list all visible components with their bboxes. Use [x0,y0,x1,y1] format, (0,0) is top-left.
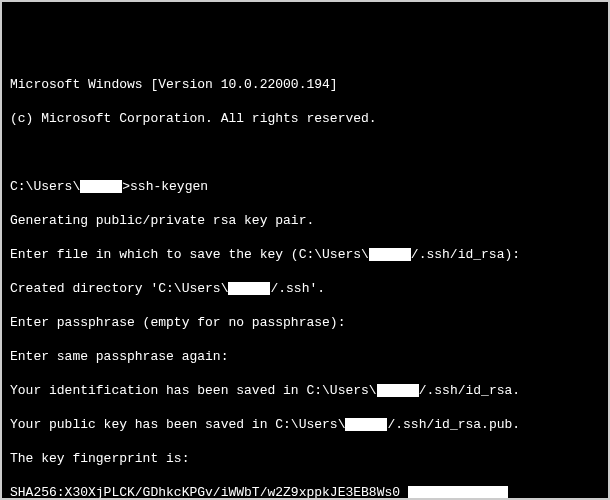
redacted-username [377,384,419,397]
redacted-username [345,418,387,431]
output-enter-passphrase: Enter passphrase (empty for no passphras… [10,314,600,331]
redacted-hostname [408,486,508,499]
output-generating: Generating public/private rsa key pair. [10,212,600,229]
redacted-username [80,180,122,193]
redacted-username [369,248,411,261]
blank-line [10,144,600,161]
redacted-username [228,282,270,295]
prompt-line-1: C:\Users\>ssh-keygen [10,178,600,195]
output-created-dir: Created directory 'C:\Users\/.ssh'. [10,280,600,297]
prompt-suffix: > [122,179,130,194]
output-fingerprint-label: The key fingerprint is: [10,450,600,467]
output-public-key: Your public key has been saved in C:\Use… [10,416,600,433]
output-identification: Your identification has been saved in C:… [10,382,600,399]
prompt-prefix: C:\Users\ [10,179,80,194]
command-text: ssh-keygen [130,179,208,194]
copyright-text: (c) Microsoft Corporation. All rights re… [10,110,600,127]
output-fingerprint-value: SHA256:X30XjPLCK/GDhkcKPGv/iWWbT/w2Z9xpp… [10,484,600,500]
output-enter-passphrase-again: Enter same passphrase again: [10,348,600,365]
output-enter-file: Enter file in which to save the key (C:\… [10,246,600,263]
version-text: Microsoft Windows [Version 10.0.22000.19… [10,76,600,93]
terminal-window[interactable]: { "header": { "version_line": "Microsoft… [0,0,610,500]
